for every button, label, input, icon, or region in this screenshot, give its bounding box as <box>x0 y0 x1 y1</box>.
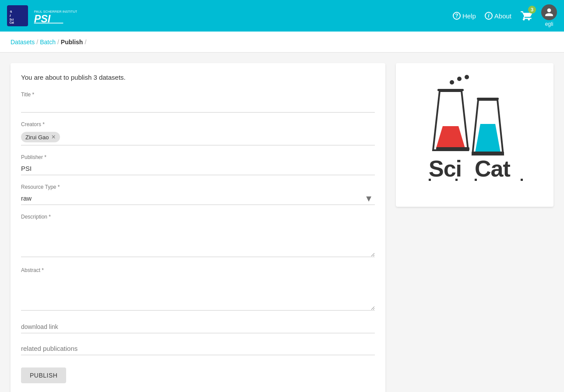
resource-type-select[interactable]: raw derived base <box>21 192 375 205</box>
scicat-logo-large: Sci Cat <box>413 74 536 196</box>
title-label: Title * <box>21 92 375 98</box>
download-link-field <box>21 321 375 333</box>
help-link[interactable]: ? Help <box>453 12 476 20</box>
breadcrumb-bar: Datasets / Batch / Publish / <box>0 32 564 53</box>
breadcrumb-publish: Publish <box>61 39 83 46</box>
main-content: You are about to publish 3 datasets. Tit… <box>0 53 564 392</box>
resource-type-field: Resource Type * raw derived base ▼ <box>21 184 375 205</box>
title-input[interactable] <box>21 99 375 113</box>
app-header: ⚗ ⅈ Sci Cat PAUL SCHERRER INSTITUT PSI ?… <box>0 0 564 32</box>
avatar-icon <box>541 4 557 20</box>
creator-chip-remove[interactable]: × <box>51 134 55 141</box>
breadcrumb-sep-2: / <box>57 39 59 46</box>
description-field: Description * <box>21 214 375 258</box>
publisher-field: Publisher * <box>21 154 375 175</box>
description-label: Description * <box>21 214 375 220</box>
help-label: Help <box>462 12 476 20</box>
psi-logo: PAUL SCHERRER INSTITUT PSI <box>33 7 77 25</box>
breadcrumb-datasets[interactable]: Datasets <box>11 39 35 46</box>
resource-type-label: Resource Type * <box>21 184 375 190</box>
svg-rect-24 <box>475 179 477 181</box>
header-right: ? Help i About 3 egli <box>453 4 557 27</box>
svg-point-10 <box>457 77 462 81</box>
scicat-logo-card: Sci Cat <box>396 63 553 207</box>
user-avatar[interactable]: egli <box>541 4 557 27</box>
creators-label: Creators * <box>21 121 375 127</box>
related-publications-input[interactable] <box>21 342 375 355</box>
svg-rect-7 <box>34 23 63 24</box>
svg-point-11 <box>465 75 469 79</box>
creators-input-area[interactable]: Zirui Gao × <box>21 129 375 145</box>
about-label: About <box>494 12 511 20</box>
creator-chip: Zirui Gao × <box>21 132 60 142</box>
publish-form-card: You are about to publish 3 datasets. Tit… <box>11 63 385 392</box>
abstract-field: Abstract * <box>21 267 375 312</box>
creators-field-group: Creators * Zirui Gao × <box>21 121 375 145</box>
breadcrumb-sep-3: / <box>85 39 86 46</box>
svg-rect-19 <box>472 152 504 155</box>
avatar-label: egli <box>545 21 553 27</box>
svg-rect-23 <box>455 179 458 181</box>
svg-point-9 <box>450 80 454 85</box>
help-icon: ? <box>453 12 461 20</box>
publish-button[interactable]: Publish <box>21 367 66 383</box>
scicat-logo[interactable]: ⚗ ⅈ Sci Cat <box>7 5 28 26</box>
title-field: Title * <box>21 92 375 113</box>
related-publications-field <box>21 342 375 355</box>
download-link-input[interactable] <box>21 321 375 333</box>
cart-badge: 3 <box>528 6 536 14</box>
svg-rect-22 <box>429 179 431 181</box>
publish-info-text: You are about to publish 3 datasets. <box>21 74 375 81</box>
svg-rect-25 <box>521 179 523 181</box>
svg-text:Cat: Cat <box>475 156 510 181</box>
description-textarea[interactable] <box>21 222 375 257</box>
publisher-input[interactable] <box>21 162 375 175</box>
breadcrumb-batch[interactable]: Batch <box>40 39 56 46</box>
about-icon: i <box>485 12 493 20</box>
svg-rect-15 <box>436 147 469 151</box>
about-link[interactable]: i About <box>485 12 511 20</box>
header-left: ⚗ ⅈ Sci Cat PAUL SCHERRER INSTITUT PSI <box>7 5 77 26</box>
breadcrumb-sep-1: / <box>36 39 38 46</box>
svg-text:Sci: Sci <box>429 156 462 181</box>
publisher-label: Publisher * <box>21 154 375 160</box>
breadcrumb: Datasets / Batch / Publish / <box>11 39 86 46</box>
resource-type-select-wrapper: raw derived base ▼ <box>21 192 375 205</box>
creator-chip-label: Zirui Gao <box>25 134 49 141</box>
cart-button[interactable]: 3 <box>520 9 532 23</box>
abstract-textarea[interactable] <box>21 275 375 311</box>
svg-text:Cat: Cat <box>10 21 14 24</box>
svg-text:Sci: Sci <box>10 18 14 21</box>
abstract-label: Abstract * <box>21 267 375 273</box>
